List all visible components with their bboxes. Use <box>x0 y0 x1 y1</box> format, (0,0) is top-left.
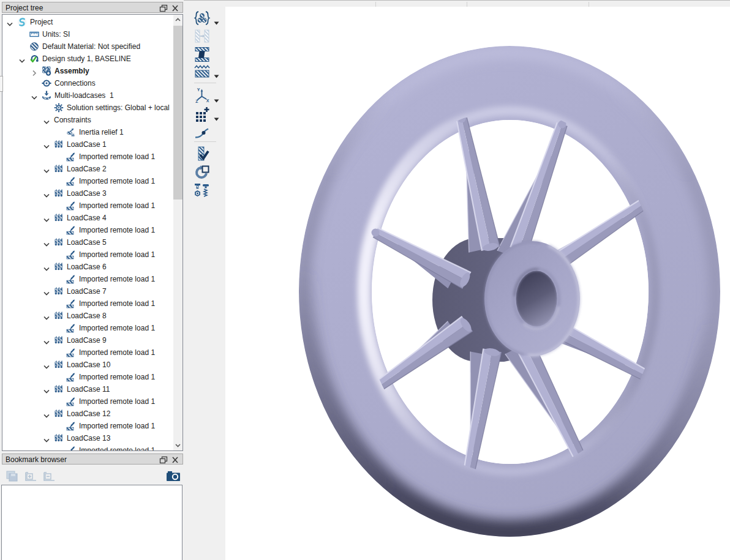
tree-row[interactable]: Inertia relief 1 <box>2 126 173 138</box>
tree-row[interactable]: Default Material: Not specified <box>2 40 173 53</box>
tree-item-label[interactable]: LoadCase 5 <box>67 238 107 247</box>
tree-item-label[interactable]: Assembly <box>55 67 89 75</box>
tree-item-label[interactable]: LoadCase 13 <box>67 434 110 442</box>
collapsed-panel-tab[interactable] <box>0 76 3 92</box>
curve-point-button[interactable] <box>194 123 219 140</box>
float-panel-button[interactable] <box>159 455 168 463</box>
dropdown-caret-icon[interactable] <box>214 94 219 98</box>
tree-item-label[interactable]: LoadCase 4 <box>67 214 107 222</box>
tree-item-label[interactable]: Imported remote load 1 <box>79 152 155 161</box>
tree-item-label[interactable]: Constraints <box>54 116 91 124</box>
tree-item-label[interactable]: Imported remote load 1 <box>79 397 155 406</box>
bookmark-browser-titlebar[interactable]: Bookmark browser <box>2 454 183 465</box>
tree-item-label[interactable]: LoadCase 9 <box>67 336 107 345</box>
chevron-down-icon[interactable] <box>42 435 51 441</box>
tree-item-label[interactable]: Imported remote load 1 <box>79 422 155 430</box>
tree-row[interactable]: Imported remote load 1 <box>2 151 173 163</box>
tree-item-label[interactable]: Imported remote load 1 <box>79 373 155 381</box>
tree-item-label[interactable]: LoadCase 6 <box>67 263 107 271</box>
tree-row[interactable]: Imported remote load 1 <box>2 420 173 432</box>
scroll-down-button[interactable] <box>173 440 182 450</box>
fasteners-button[interactable] <box>194 182 219 199</box>
tree-item-label[interactable]: LoadCase 10 <box>67 360 110 369</box>
chevron-down-icon[interactable] <box>42 264 51 270</box>
tree-row[interactable]: LoadCase 13 <box>2 432 173 444</box>
tree-item-label[interactable]: Default Material: Not specified <box>42 42 140 51</box>
tree-row[interactable]: Imported remote load 1 <box>2 322 173 334</box>
chevron-down-icon[interactable] <box>5 19 15 25</box>
tree-item-label[interactable]: LoadCase 12 <box>67 409 110 418</box>
mesh-seed-button[interactable] <box>194 106 219 123</box>
tree-row[interactable]: LoadCase 8 <box>2 310 173 322</box>
chevron-down-icon[interactable] <box>42 166 51 172</box>
close-panel-button[interactable] <box>171 455 179 463</box>
project-tree-scrollbar[interactable] <box>173 15 182 450</box>
tree-item-label[interactable]: LoadCase 1 <box>67 140 107 149</box>
float-panel-button[interactable] <box>159 4 168 12</box>
chevron-down-icon[interactable] <box>42 141 51 147</box>
tree-item-label[interactable]: LoadCase 3 <box>67 189 107 198</box>
chevron-down-icon[interactable] <box>42 411 51 417</box>
chevron-down-icon[interactable] <box>42 215 51 221</box>
close-panel-button[interactable] <box>171 4 179 12</box>
tree-row[interactable]: Imported remote load 1 <box>2 248 173 261</box>
tree-row[interactable]: Constraints <box>2 114 173 126</box>
tree-item-label[interactable]: Imported remote load 1 <box>79 250 155 259</box>
tree-item-label[interactable]: Imported remote load 1 <box>79 177 155 185</box>
tree-item-label[interactable]: Imported remote load 1 <box>79 275 155 283</box>
scroll-up-button[interactable] <box>173 15 182 25</box>
tree-item-label[interactable]: LoadCase 7 <box>67 287 107 296</box>
tree-row[interactable]: Units: SI <box>2 28 173 40</box>
element-groups-button[interactable] <box>194 10 219 27</box>
chevron-down-icon[interactable] <box>29 92 39 99</box>
tree-row[interactable]: LoadCase 7 <box>2 285 173 297</box>
tree-row[interactable]: Project <box>2 16 173 28</box>
tree-row[interactable]: Imported remote load 1 <box>2 273 173 285</box>
tree-row[interactable]: Imported remote load 1 <box>2 395 173 408</box>
tree-row[interactable]: LoadCase 4 <box>2 212 173 224</box>
tree-item-label[interactable]: Imported remote load 1 <box>79 324 155 332</box>
tree-item-label[interactable]: Imported remote load 1 <box>79 446 155 451</box>
tree-item-label[interactable]: LoadCase 8 <box>67 312 107 320</box>
tree-row[interactable]: Imported remote load 1 <box>2 175 173 187</box>
tree-row[interactable]: Design study 1, BASELINE <box>2 53 173 65</box>
chevron-down-icon[interactable] <box>17 56 27 62</box>
tree-row[interactable]: LoadCase 2 <box>2 163 173 175</box>
tree-item-label[interactable]: Units: SI <box>42 30 70 39</box>
tree-row[interactable]: Imported remote load 1 <box>2 346 173 359</box>
validate-model-button[interactable] <box>194 146 219 163</box>
dropdown-caret-icon[interactable] <box>214 70 219 73</box>
dropdown-caret-icon[interactable] <box>214 17 219 20</box>
tree-row[interactable]: LoadCase 11 <box>2 383 173 395</box>
tree-row[interactable]: Imported remote load 1 <box>2 200 173 212</box>
tree-item-label[interactable]: Solution settings: Global + local <box>67 103 170 112</box>
tree-item-label[interactable]: Project <box>30 18 53 26</box>
tree-item-label[interactable]: Imported remote load 1 <box>79 201 155 210</box>
tree-item-label[interactable]: Imported remote load 1 <box>79 299 155 308</box>
tree-row[interactable]: Imported remote load 1 <box>2 444 173 451</box>
tree-item-label[interactable]: Inertia relief 1 <box>79 128 124 136</box>
chevron-down-icon[interactable] <box>42 117 51 123</box>
chevron-down-icon[interactable] <box>42 288 51 294</box>
tree-item-label[interactable]: Imported remote load 1 <box>79 226 155 234</box>
elastic-support-button[interactable] <box>194 63 219 80</box>
coordinate-system-button[interactable] <box>194 88 219 105</box>
camera-snapshot-button[interactable] <box>166 470 181 482</box>
tree-row[interactable]: Multi-loadcases 1 <box>2 89 173 102</box>
tree-item-label[interactable]: Multi-loadcases 1 <box>55 91 114 100</box>
tree-item-label[interactable]: Design study 1, BASELINE <box>42 54 131 63</box>
chevron-down-icon[interactable] <box>42 239 51 245</box>
tree-row[interactable]: LoadCase 12 <box>2 408 173 420</box>
tree-item-label[interactable]: Connections <box>55 79 96 88</box>
tree-row[interactable]: LoadCase 6 <box>2 261 173 273</box>
chevron-down-icon[interactable] <box>42 362 51 368</box>
chevron-down-icon[interactable] <box>42 337 51 343</box>
scrollbar-thumb[interactable] <box>173 26 182 200</box>
tree-row[interactable]: LoadCase 10 <box>2 359 173 371</box>
tree-item-label[interactable]: LoadCase 11 <box>67 385 110 394</box>
chevron-right-icon[interactable] <box>29 68 39 74</box>
tree-row[interactable]: Imported remote load 1 <box>2 297 173 310</box>
bookmark-list[interactable] <box>1 485 182 560</box>
tree-row[interactable]: Imported remote load 1 <box>2 371 173 383</box>
chevron-down-icon[interactable] <box>42 386 51 392</box>
